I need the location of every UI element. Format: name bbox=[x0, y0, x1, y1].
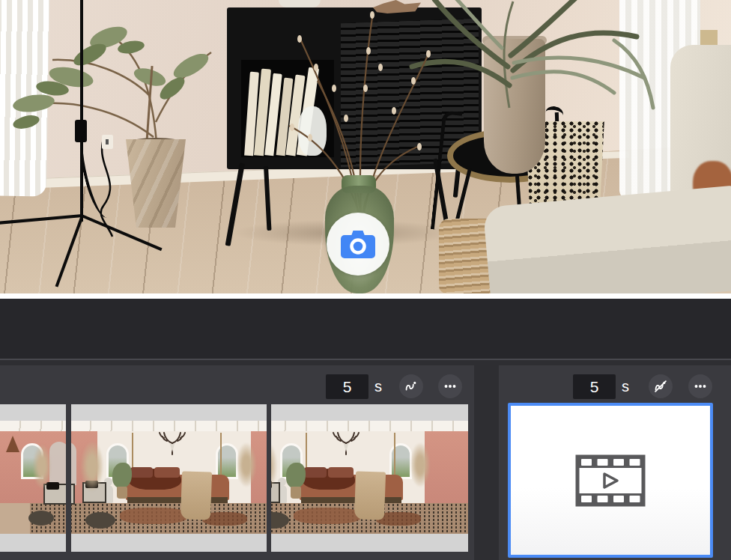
clip2-more-button[interactable] bbox=[688, 374, 712, 398]
thumb-pillow bbox=[154, 467, 180, 478]
thumb-swing-rope bbox=[220, 433, 222, 478]
clip1-thumbnail-2[interactable] bbox=[71, 404, 267, 552]
thumb-pillow bbox=[304, 467, 327, 478]
film-strip-icon bbox=[575, 454, 646, 507]
thumb-pink-wall-right bbox=[425, 431, 468, 503]
timeline-clip-2: s bbox=[499, 365, 731, 560]
thumb-swing-rope bbox=[394, 433, 395, 478]
transition-curve-disabled-icon bbox=[652, 378, 669, 395]
clip1-duration-input[interactable] bbox=[326, 374, 368, 399]
thumb-pouf bbox=[28, 511, 54, 526]
transition-curve-icon bbox=[403, 378, 419, 395]
thumb-throw-drape bbox=[181, 471, 212, 520]
thumb-antlers bbox=[325, 431, 367, 455]
thumb-pillow bbox=[130, 467, 153, 478]
thumb-pouf bbox=[85, 512, 115, 529]
thumb-pampas bbox=[237, 443, 256, 487]
selected-empty-clip[interactable] bbox=[508, 403, 713, 558]
thumb-window bbox=[389, 443, 412, 479]
camera-icon bbox=[340, 228, 376, 260]
clip1-duration-unit: s bbox=[374, 374, 382, 399]
thumb-rug-patch bbox=[294, 508, 361, 524]
thumbnail-image bbox=[71, 421, 267, 534]
thumb-arch-mirror bbox=[71, 442, 76, 485]
thumb-pampas bbox=[410, 443, 430, 487]
timeline-clip-1: s bbox=[0, 365, 474, 560]
clip1-transition-button[interactable] bbox=[399, 374, 423, 398]
snapshot-camera-button[interactable] bbox=[327, 213, 389, 276]
thumb-plant bbox=[112, 463, 132, 488]
thumb-pampas bbox=[33, 445, 51, 488]
thumb-antlers bbox=[151, 431, 193, 455]
thumbnail-image bbox=[0, 421, 66, 534]
ellipsis-icon bbox=[692, 378, 709, 395]
clip1-thumbnail-1[interactable] bbox=[0, 404, 66, 552]
thumb-rug-patch bbox=[120, 508, 187, 524]
scene-wall-plug bbox=[102, 135, 113, 149]
thumb-window bbox=[216, 443, 238, 479]
thumbnail-image bbox=[271, 421, 468, 534]
playback-bar: 00:0 / 00:10 bbox=[0, 299, 731, 359]
thumb-pampas bbox=[81, 442, 103, 491]
thumb-plant-pot bbox=[117, 487, 127, 499]
bedroom-panorama bbox=[71, 421, 267, 534]
timeline: s bbox=[0, 360, 731, 560]
clip1-more-button[interactable] bbox=[438, 374, 462, 398]
room-3d-viewport[interactable] bbox=[0, 0, 731, 293]
bedroom-panorama bbox=[0, 421, 66, 534]
thumb-pillow bbox=[328, 467, 354, 478]
bedroom-panorama bbox=[271, 421, 468, 534]
clip2-transition-button[interactable] bbox=[649, 374, 673, 398]
thumb-plant-pot bbox=[291, 487, 301, 499]
thumb-throw-drape bbox=[354, 471, 386, 520]
video-editor-window: 00:0 / 00:10 s bbox=[0, 0, 731, 560]
clip2-duration-input[interactable] bbox=[573, 374, 616, 399]
thumb-bed-base bbox=[301, 497, 401, 503]
thumb-plant bbox=[286, 463, 306, 488]
thumb-arch-mirror bbox=[49, 442, 66, 485]
clip1-thumbnail-3[interactable] bbox=[271, 404, 468, 552]
divider bbox=[0, 293, 731, 299]
thumb-bed-base bbox=[127, 497, 228, 503]
clip2-duration-unit: s bbox=[622, 374, 629, 399]
scene-tripod-pole bbox=[80, 0, 83, 222]
ellipsis-icon bbox=[442, 378, 458, 395]
scene-olive-tree bbox=[0, 6, 225, 156]
scene-cable bbox=[90, 135, 135, 240]
